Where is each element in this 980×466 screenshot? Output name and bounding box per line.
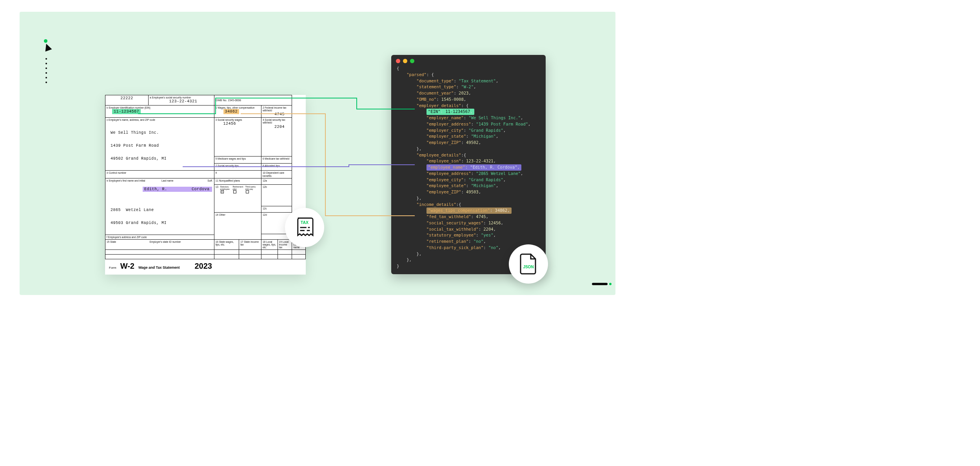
form-title: Wage and Tax Statement bbox=[138, 266, 180, 269]
label-box-12d: 12d bbox=[263, 213, 290, 216]
label-box-b: b Employer identification number (EIN) bbox=[107, 106, 213, 109]
omb-number: OMB No. 1545-0008 bbox=[214, 95, 292, 106]
highlight-wages-json: "wages_tips_compensation": 34862, bbox=[426, 208, 512, 214]
json-code-panel: { "parsed": { "document_type": "Tax Stat… bbox=[391, 55, 546, 274]
form-year: 2023 bbox=[194, 262, 212, 271]
window-controls bbox=[391, 55, 546, 66]
diagram-canvas: 22222 a Employee's social security numbe… bbox=[20, 12, 615, 295]
value-fed-tax: 4745 bbox=[263, 112, 290, 116]
highlight-ein-json: "EIN": 11-1234567, bbox=[426, 109, 474, 115]
checkbox-thirdparty bbox=[246, 190, 249, 193]
value-emp-last: Cordova bbox=[192, 187, 212, 192]
label-e-last: Last name bbox=[162, 179, 207, 182]
label-box-15: 15 State bbox=[107, 240, 147, 243]
form-code: W-2 bbox=[120, 262, 134, 271]
value-employer-addr1: 1439 Post Farm Road bbox=[111, 144, 213, 148]
label-e-suff: Suff. bbox=[207, 179, 212, 182]
tax-receipt-icon: TAX bbox=[285, 208, 324, 247]
decorative-dash bbox=[592, 283, 608, 285]
label-box-13: 13 bbox=[216, 186, 220, 190]
label-box-c: c Employer's name, address, and ZIP code bbox=[107, 118, 213, 121]
value-emp-addr1: 2865 Wetzel Lane bbox=[111, 208, 213, 212]
label-box-2: 2 Federal income tax withheld bbox=[263, 106, 290, 112]
label-13-stat: Statutory employee bbox=[220, 186, 232, 190]
logo-dot-icon bbox=[44, 39, 47, 43]
checkbox-retirement bbox=[233, 190, 236, 193]
traffic-max-icon bbox=[410, 59, 414, 63]
label-box-14: 14 Other bbox=[216, 213, 260, 216]
label-box-11: 11 Nonqualified plans bbox=[216, 179, 260, 182]
value-employer-addr2: 49502 Grand Rapids, MI bbox=[111, 157, 213, 161]
label-box-7: 7 Social security tips bbox=[216, 164, 260, 167]
label-box-12b: 12b bbox=[263, 186, 290, 188]
label-box-4: 4 Social security tax withheld bbox=[263, 118, 290, 124]
label-box-d: d Control number bbox=[107, 171, 213, 174]
label-box-12a: 12a bbox=[263, 179, 290, 182]
label-box-15b: Employer's state ID number bbox=[150, 240, 213, 243]
label-box-a: a Employee's social security number bbox=[150, 96, 213, 99]
label-box-8: 8 Allocated tips bbox=[263, 164, 290, 167]
json-file-icon: JSON bbox=[509, 244, 548, 284]
value-ss-tax: 2204 bbox=[263, 124, 290, 129]
value-employer-name: We Sell Things Inc. bbox=[111, 131, 213, 135]
logo-mark-icon bbox=[43, 42, 52, 51]
value-wages: 34862 bbox=[223, 109, 240, 114]
traffic-close-icon bbox=[396, 59, 400, 63]
label-box-f: f Employee's address and ZIP code bbox=[107, 236, 213, 238]
label-box-6: 6 Medicare tax withheld bbox=[263, 157, 290, 160]
traffic-min-icon bbox=[403, 59, 407, 63]
w2-form-card: 22222 a Employee's social security numbe… bbox=[105, 95, 306, 275]
value-ss-wages: 12456 bbox=[216, 121, 260, 126]
label-13-ret: Retirement plan bbox=[233, 186, 245, 190]
svg-text:JSON: JSON bbox=[523, 265, 534, 269]
label-box-3: 3 Social security wages bbox=[216, 118, 260, 121]
value-emp-addr2: 49503 Grand Rapids, MI bbox=[111, 221, 213, 225]
label-box-e: e Employee's first name and initial bbox=[107, 179, 162, 182]
label-box-17: 17 State income tax bbox=[240, 240, 260, 246]
svg-text:TAX: TAX bbox=[301, 220, 309, 225]
void-code: 22222 bbox=[105, 95, 149, 106]
label-box-10: 10 Dependent care benefits bbox=[263, 171, 290, 177]
label-box-16: 16 State wages, tips, etc. bbox=[216, 240, 238, 246]
json-output: { "parsed": { "document_type": "Tax Stat… bbox=[391, 66, 546, 269]
label-13-3p: Third-party sick pay bbox=[245, 186, 257, 190]
label-box-1: 1 Wages, tips, other compensation bbox=[216, 106, 260, 109]
label-box-18: 18 Local wages, tips, etc. bbox=[263, 240, 276, 249]
label-box-5: 5 Medicare wages and tips bbox=[216, 157, 260, 160]
label-box-9: 9 bbox=[216, 171, 260, 174]
highlight-name-json: "employee_name": "Edith, R. Cordova", bbox=[426, 164, 521, 171]
decorative-dots bbox=[45, 58, 47, 83]
value-ssn: 123-22-4321 bbox=[150, 99, 213, 104]
value-emp-first: Edith, R. bbox=[143, 187, 192, 192]
decorative-dot-br bbox=[609, 283, 612, 285]
label-box-12c: 12c bbox=[263, 207, 290, 210]
label-box-19: 19 Local income tax bbox=[279, 240, 291, 249]
checkbox-statutory: X bbox=[221, 190, 224, 193]
value-ein: 11-1234567 bbox=[112, 109, 141, 114]
w2-footer: Form W-2 Wage and Tax Statement 2023 bbox=[105, 259, 306, 275]
